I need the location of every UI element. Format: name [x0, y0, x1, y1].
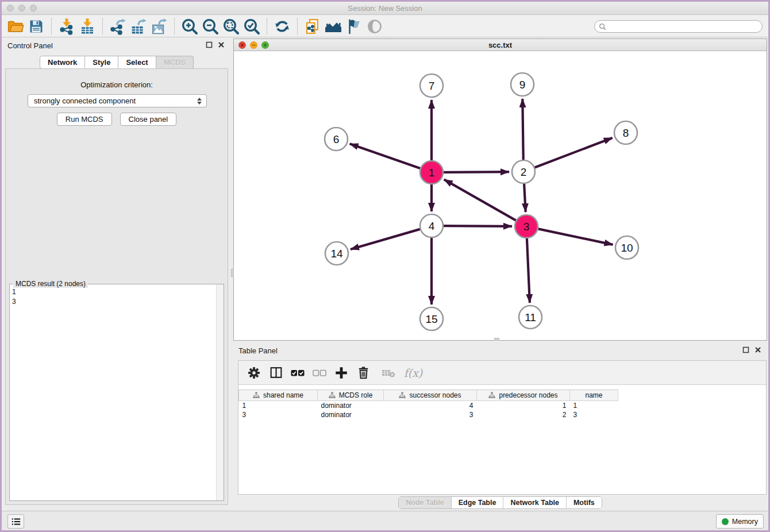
trash-icon: [356, 365, 371, 380]
graph-node-label-10: 10: [621, 242, 633, 254]
maximize-view-icon[interactable]: [261, 41, 269, 49]
zoom-selected-icon: [242, 17, 261, 36]
column-header-mcds-role[interactable]: MCDS role: [318, 390, 384, 401]
zoom-selected-button[interactable]: [241, 17, 262, 36]
graph-node-label-7: 7: [429, 80, 435, 92]
zoom-fit-button[interactable]: [221, 17, 241, 36]
graph-edge-1-6[interactable]: [350, 144, 421, 168]
export-network-button[interactable]: [107, 17, 128, 36]
vertical-scroll-thumb[interactable]: [231, 269, 234, 277]
table-settings-button[interactable]: [244, 363, 264, 383]
minimize-view-icon[interactable]: [250, 41, 257, 49]
minimize-window-icon[interactable]: [18, 5, 25, 11]
app-window: Session: New Session: [2, 2, 768, 530]
select-stepper-icon: [197, 98, 202, 105]
export-table-icon: [130, 18, 147, 35]
select-all-columns-button[interactable]: [288, 363, 307, 383]
tab-edge-table[interactable]: Edge Table: [451, 497, 503, 508]
unchecked-boxes-icon: [311, 366, 328, 380]
status-bar: Memory: [2, 511, 768, 530]
checked-boxes-icon: [290, 366, 306, 380]
float-panel-icon[interactable]: [206, 41, 213, 48]
open-session-button[interactable]: [5, 17, 26, 36]
first-neighbors-button[interactable]: [323, 17, 344, 36]
graph-edge-2-9[interactable]: [522, 99, 523, 160]
search-field[interactable]: [594, 20, 763, 33]
column-header-shared-name[interactable]: shared name: [239, 390, 318, 401]
network-canvas[interactable]: 7968124314101511: [234, 51, 767, 340]
save-session-button[interactable]: [26, 17, 47, 36]
criterion-select[interactable]: strongly connected component: [28, 94, 207, 107]
mcds-result-group: MCDS result (2 nodes) 1 3: [9, 284, 224, 501]
memory-button[interactable]: Memory: [716, 514, 764, 529]
tab-node-table[interactable]: Node Table: [399, 497, 451, 508]
zoom-window-icon[interactable]: [30, 5, 37, 11]
graph-edge-4-3[interactable]: [444, 226, 512, 226]
node-table: shared name MCDS role successor nodes pr…: [238, 390, 618, 419]
optimization-criterion-label: Optimization criterion:: [6, 80, 228, 89]
create-column-button[interactable]: [332, 363, 351, 383]
import-table-button[interactable]: [77, 17, 98, 36]
zoom-in-button[interactable]: [179, 17, 200, 36]
tab-mcds[interactable]: MCDS: [156, 56, 194, 69]
network-view-title: scc.txt: [488, 41, 512, 49]
network-window-titlebar[interactable]: scc.txt: [234, 39, 767, 51]
hide-panel-button[interactable]: [364, 17, 385, 36]
tab-style[interactable]: Style: [85, 56, 118, 69]
delete-column-button[interactable]: [353, 363, 373, 383]
import-network-button[interactable]: [56, 17, 77, 36]
task-list-icon: [11, 517, 21, 526]
table-row[interactable]: 3 dominator 3 2 3: [239, 410, 618, 419]
close-panel-button[interactable]: Close panel: [120, 113, 177, 126]
result-scrollbar[interactable]: [216, 284, 224, 500]
zoom-fit-icon: [222, 17, 240, 36]
graph-edge-3-10[interactable]: [538, 229, 613, 244]
column-header-name[interactable]: name: [570, 390, 618, 401]
mcds-result-list[interactable]: 1 3: [12, 287, 16, 307]
column-header-predecessor-nodes[interactable]: predecessor nodes: [477, 390, 570, 401]
float-table-panel-icon[interactable]: [742, 346, 749, 353]
toolbar-separator: [297, 18, 298, 34]
show-tasks-button[interactable]: [7, 514, 24, 529]
close-view-icon[interactable]: [238, 41, 246, 49]
tab-select[interactable]: Select: [118, 56, 156, 69]
graph-edge-3-1[interactable]: [444, 179, 516, 220]
delete-table-icon: [381, 367, 396, 379]
browse-columns-button[interactable]: [266, 363, 286, 383]
title-bar[interactable]: Session: New Session: [2, 2, 768, 15]
memory-status-icon: [722, 518, 729, 525]
network-graph: 7968124314101511: [234, 51, 767, 340]
main-toolbar: [2, 16, 768, 37]
table-toolbar: f(x): [238, 361, 766, 385]
apply-layout-button[interactable]: [272, 17, 292, 36]
vizmapper-button[interactable]: [344, 17, 364, 36]
run-mcds-button[interactable]: Run MCDS: [57, 113, 112, 126]
graph-edge-2-3[interactable]: [524, 184, 526, 212]
tab-network-table[interactable]: Network Table: [503, 497, 566, 508]
zoom-out-button[interactable]: [200, 17, 221, 36]
column-header-successor-nodes[interactable]: successor nodes: [384, 390, 477, 401]
graph-edge-3-11[interactable]: [527, 238, 530, 303]
result-item: 3: [12, 297, 16, 307]
tab-motifs[interactable]: Motifs: [566, 497, 602, 508]
graph-edge-4-14[interactable]: [351, 229, 420, 249]
export-image-button[interactable]: [149, 17, 170, 36]
criterion-value: strongly connected component: [34, 97, 197, 105]
window-controls: [7, 5, 37, 11]
graph-edge-1-2[interactable]: [444, 172, 509, 172]
horizontal-scroll-thumb[interactable]: [494, 338, 499, 341]
table-row[interactable]: 1 dominator 4 1 1: [239, 401, 618, 410]
search-input[interactable]: [609, 22, 762, 30]
unselect-all-columns-button[interactable]: [310, 363, 329, 383]
export-image-icon: [151, 18, 168, 35]
clone-network-button[interactable]: [302, 17, 323, 36]
close-table-panel-icon[interactable]: [754, 346, 761, 353]
tab-network[interactable]: Network: [40, 56, 85, 69]
graph-node-label-15: 15: [425, 313, 437, 325]
export-table-button[interactable]: [128, 17, 149, 36]
network-view-window: scc.txt 7968124314101511: [233, 38, 767, 341]
close-window-icon[interactable]: [7, 5, 14, 11]
close-panel-icon[interactable]: [218, 41, 225, 48]
graph-edge-2-8[interactable]: [535, 138, 613, 168]
mcds-panel: Optimization criterion: strongly connect…: [5, 68, 228, 505]
